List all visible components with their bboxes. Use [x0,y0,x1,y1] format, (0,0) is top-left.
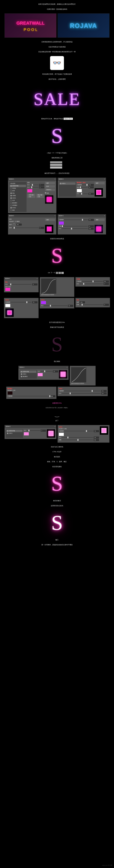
slider-opacity[interactable]: 不透明度50 [77,281,109,282]
value[interactable]: 21 [53,370,58,372]
ok-button[interactable]: 确定 [94,218,105,221]
value[interactable]: 0 [88,186,94,188]
fx-item-inner-shadow[interactable]: 内阴影 [10,194,26,197]
color-swatch-white[interactable] [77,189,82,192]
color-swatch[interactable] [38,373,43,376]
value[interactable]: 50 [94,439,99,441]
value[interactable]: 75 [32,301,37,303]
fx-item-inner-glow[interactable]: 内发光 [6,432,23,435]
color-swatch-dark[interactable] [7,391,13,395]
checkbox-icon[interactable] [10,192,12,194]
fx-item-outer-glow[interactable]: 外发光 [10,207,26,209]
fx-item-bevel[interactable]: 斜面和浮雕 [20,370,36,373]
value[interactable]: 38 [88,228,94,230]
slider-opacity[interactable]: 不透明度75 [59,430,99,432]
slider-size[interactable]: 大小10 [59,437,99,438]
fx-item-texture[interactable]: 纹理 [10,190,26,192]
slider-size[interactable]: 大小7 [77,283,109,285]
fx-item-color-overlay[interactable]: 颜色叠加 [20,375,36,378]
checkbox-icon[interactable] [10,210,12,211]
value[interactable]: 3 [39,186,44,188]
slider-opacity[interactable]: 不透明度100 [7,395,55,397]
checkbox-icon[interactable] [10,195,12,196]
cancel-button[interactable]: 取消 [45,185,55,188]
slider-size[interactable]: 大小7 [24,430,46,432]
value[interactable]: 75 [88,184,94,186]
checkbox-icon[interactable] [21,371,22,372]
color-swatch[interactable] [41,301,46,304]
close-icon[interactable]: × [54,179,55,180]
slider-opacity[interactable]: 不透明度75 [77,184,94,186]
contour-curve[interactable] [71,367,86,383]
value[interactable]: 120 [80,301,85,303]
color-swatch[interactable] [5,304,10,307]
value[interactable]: 90 [16,224,22,225]
slider-opacity[interactable]: 不透明度75 [59,390,107,392]
checkbox-icon[interactable] [10,197,12,199]
value[interactable]: 3 [39,227,44,229]
value[interactable]: 75 [94,430,99,432]
fx-item-color-overlay[interactable]: 颜色叠加 [10,202,26,204]
slider-noise[interactable]: 杂色0 [77,186,94,188]
ok-button[interactable]: 确定 [94,182,105,185]
checkbox-icon[interactable] [10,185,12,187]
make-default-button[interactable]: 设置为默认值 [27,193,36,198]
value[interactable]: 3 [32,283,37,285]
slider-size[interactable]: 大小10 [77,193,94,195]
color-swatch[interactable] [5,288,10,291]
color-swatch[interactable] [24,432,29,436]
fx-item-inner-glow[interactable]: 内发光 [20,373,36,375]
color-swatch[interactable] [59,433,64,436]
close-icon[interactable]: × [67,367,67,368]
fx-item-bevel[interactable]: 斜面和浮雕 [6,430,23,432]
slider-size[interactable]: 大小10 [59,393,107,395]
checkbox-icon[interactable] [7,433,8,434]
checkbox-icon[interactable] [10,202,12,204]
close-icon[interactable]: × [104,215,105,216]
ok-button[interactable]: 确定 [45,218,55,221]
ok-button[interactable]: 确定 [45,182,55,185]
fx-item-grad-overlay[interactable]: 渐变叠加 [10,204,26,207]
blend-row[interactable]: 混合模式: 正常 [7,390,55,391]
color-swatch-magenta[interactable] [27,189,32,192]
preview-checkbox[interactable] [45,192,46,193]
fx-item-bevel[interactable]: 斜面和浮雕 [10,185,26,187]
contour-curve[interactable] [41,278,56,294]
slider-depth[interactable]: 大小21 [38,370,58,372]
slider-spread[interactable]: 扩展0 [59,225,94,227]
checkbox-icon[interactable] [21,376,22,377]
stroke-position[interactable]: 位置: 外部 [5,286,37,288]
value[interactable]: 100 [50,395,55,397]
fx-item-drop-shadow[interactable]: 投影 [10,209,26,212]
slider-opacity[interactable]: 不透明度75 [59,219,94,221]
checkbox-icon[interactable] [10,207,12,209]
fx-item-inner-glow[interactable]: 内发光 [10,197,26,199]
reset-default-button[interactable]: 复位为默认值 [36,193,44,198]
checkbox-icon[interactable] [21,373,22,375]
checkbox-icon[interactable] [10,190,12,191]
slider-angle[interactable]: 角度90 [9,223,44,226]
value[interactable]: 50 [104,281,109,282]
checkbox-icon[interactable] [60,183,61,184]
checkbox-icon[interactable] [10,188,12,189]
slider-depth[interactable]: 大小7 [27,184,44,186]
slider-angle[interactable]: 角度120 [77,301,109,303]
checkbox-icon[interactable] [10,205,12,206]
checkbox-icon[interactable] [10,200,12,201]
slider-distance[interactable]: 距离3 [9,227,44,229]
slider-size[interactable]: 大小3 [5,283,37,285]
fx-item-blend[interactable]: 混合选项 [10,182,26,185]
new-style-button[interactable]: 新建样式 [45,188,55,191]
slider-size[interactable]: 大小21 [41,305,73,307]
value[interactable]: 7 [104,283,109,285]
blend-row[interactable]: 混合模式: 滤色 [59,428,99,430]
value[interactable]: 21 [68,305,73,307]
slider-distance[interactable]: 距离5 [77,304,109,306]
slider-size[interactable]: 大小38 [59,228,94,230]
fx-item-stroke[interactable]: 描边 [10,192,26,194]
value[interactable]: 7 [39,184,44,186]
fx-item-contour[interactable]: 等高线 [10,187,26,190]
close-icon[interactable]: × [104,179,105,180]
value[interactable]: 75 [88,219,94,221]
value[interactable]: 10 [88,193,94,195]
